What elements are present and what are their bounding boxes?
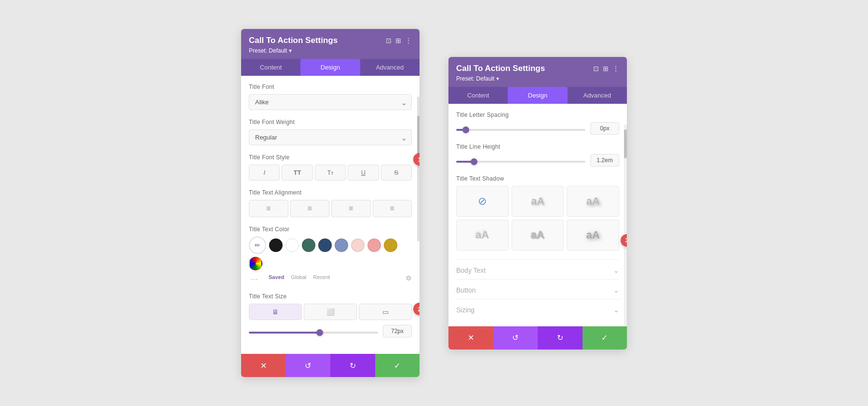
tab-advanced-left[interactable]: Advanced	[360, 59, 420, 76]
color-navy[interactable]	[318, 238, 332, 252]
left-cancel-btn[interactable]: ✕	[241, 354, 286, 377]
left-save-btn[interactable]: ✓	[375, 354, 420, 377]
color-teal[interactable]	[302, 238, 315, 252]
right-redo-btn[interactable]: ↻	[538, 326, 583, 350]
title-text-color-section: Title Text Color ✏ ··· Saved Global Rece…	[249, 226, 412, 284]
text-shadow-section: Title Text Shadow ⊘ aA aA aA aA aA	[456, 175, 619, 251]
right-viewport-icon[interactable]: ⊡	[593, 65, 599, 72]
right-more-icon[interactable]: ⋮	[612, 65, 619, 72]
size-value[interactable]: 72px	[383, 325, 412, 337]
color-tab-global[interactable]: Global	[291, 274, 306, 284]
shadow-none-cell[interactable]: ⊘	[456, 186, 509, 217]
italic-btn[interactable]: I	[249, 165, 280, 181]
shadow-grid: ⊘ aA aA aA aA aA	[456, 186, 619, 251]
title-font-select[interactable]: Alike Arial Georgia	[249, 94, 412, 110]
shadow-3-cell[interactable]: aA	[456, 220, 509, 251]
color-blush[interactable]	[351, 238, 365, 252]
shadow-2-text: aA	[586, 195, 600, 208]
color-black[interactable]	[269, 238, 283, 252]
tab-content-right[interactable]: Content	[448, 87, 508, 104]
color-tab-recent[interactable]: Recent	[313, 274, 330, 284]
sizing-header[interactable]: Sizing ⌄	[456, 306, 619, 314]
tab-design-left[interactable]: Design	[300, 59, 360, 76]
title-font-style-section: Title Font Style I TT Tт U S	[249, 154, 412, 181]
left-redo-btn[interactable]: ↻	[330, 354, 375, 377]
more-icon[interactable]: ⋮	[405, 37, 412, 44]
align-justify-btn[interactable]: ≡	[373, 200, 412, 217]
size-slider[interactable]	[249, 332, 378, 334]
layout-icon[interactable]: ⊞	[395, 37, 401, 44]
device-tablet-btn[interactable]: ⬜	[304, 304, 357, 320]
color-multi[interactable]	[249, 257, 262, 270]
color-rose[interactable]	[367, 238, 381, 252]
eyedropper-btn[interactable]: ✏	[249, 237, 266, 254]
letter-spacing-value[interactable]: 0px	[590, 122, 619, 135]
align-right-btn[interactable]: ≡	[331, 200, 371, 217]
right-layout-icon[interactable]: ⊞	[603, 65, 609, 72]
left-panel-body: Title Font Alike Arial Georgia Title Fon…	[241, 76, 420, 354]
tab-design-right[interactable]: Design	[508, 87, 567, 104]
color-periwinkle[interactable]	[335, 238, 348, 252]
button-header[interactable]: Button ⌄	[456, 286, 619, 294]
align-left-btn[interactable]: ≡	[249, 200, 288, 217]
capitalize-btn[interactable]: Tт	[315, 165, 346, 181]
left-undo-btn[interactable]: ↺	[286, 354, 331, 377]
body-text-header[interactable]: Body Text ⌄	[456, 266, 619, 274]
letter-spacing-label: Title Letter Spacing	[456, 112, 619, 118]
left-scrollbar[interactable]	[417, 97, 420, 241]
right-scrollbar-thumb[interactable]	[624, 129, 627, 158]
color-tab-saved[interactable]: Saved	[269, 274, 284, 284]
tab-content-left[interactable]: Content	[241, 59, 300, 76]
shadow-none-icon: ⊘	[478, 195, 487, 208]
line-height-value[interactable]: 1.2em	[590, 154, 619, 167]
title-font-select-wrapper: Alike Arial Georgia	[249, 94, 412, 110]
right-save-btn[interactable]: ✓	[583, 326, 627, 350]
letter-spacing-slider[interactable]	[456, 129, 585, 131]
body-text-section: Body Text ⌄	[456, 259, 619, 279]
right-undo-btn[interactable]: ↺	[493, 326, 538, 350]
title-font-weight-select[interactable]: Regular Bold Light	[249, 129, 412, 145]
shadow-5-text: aA	[586, 229, 600, 241]
color-gold[interactable]	[384, 238, 397, 252]
underline-btn[interactable]: U	[348, 165, 379, 181]
left-preset: Preset: Default ▾	[249, 47, 412, 54]
title-text-color-label: Title Text Color	[249, 226, 412, 233]
shadow-2-cell[interactable]: aA	[567, 186, 619, 217]
shadow-3-text: aA	[475, 229, 489, 241]
shadow-5-cell[interactable]: aA	[567, 220, 619, 251]
viewport-icon[interactable]: ⊡	[386, 37, 392, 44]
left-scrollbar-thumb[interactable]	[417, 116, 420, 154]
uppercase-btn[interactable]: TT	[282, 165, 312, 181]
shadow-4-text: aA	[531, 229, 544, 241]
color-dots: ···	[251, 274, 258, 284]
title-text-size-section: Title Text Size 🖥 ⬜ ▭ 72px	[249, 293, 412, 337]
title-font-label: Title Font	[249, 84, 412, 90]
shadow-4-cell[interactable]: aA	[512, 220, 564, 251]
align-center-btn[interactable]: ≡	[290, 200, 330, 217]
right-panel-header: Call To Action Settings ⊡ ⊞ ⋮ Preset: De…	[448, 57, 627, 87]
title-font-weight-select-wrapper: Regular Bold Light	[249, 129, 412, 145]
right-header-icons: ⊡ ⊞ ⋮	[593, 65, 619, 72]
right-panel-body: Title Letter Spacing 0px Title Line Heig…	[448, 104, 627, 326]
right-scrollbar[interactable]	[624, 125, 627, 326]
text-shadow-label: Title Text Shadow	[456, 175, 619, 182]
title-font-weight-section: Title Font Weight Regular Bold Light	[249, 119, 412, 145]
right-panel-footer: ✕ ↺ ↻ ✓	[448, 326, 627, 350]
button-title: Button	[456, 286, 475, 294]
tab-advanced-right[interactable]: Advanced	[568, 87, 627, 104]
right-cancel-btn[interactable]: ✕	[448, 326, 493, 350]
title-font-section: Title Font Alike Arial Georgia	[249, 84, 412, 110]
sizing-title: Sizing	[456, 306, 475, 314]
device-desktop-btn[interactable]: 🖥	[249, 304, 302, 320]
line-height-slider[interactable]	[456, 161, 585, 163]
color-settings-icon[interactable]: ⚙	[406, 274, 412, 284]
strikethrough-btn[interactable]: S	[381, 165, 412, 181]
left-panel: Call To Action Settings ⊡ ⊞ ⋮ Preset: De…	[241, 29, 420, 377]
device-mobile-btn[interactable]: ▭	[359, 304, 412, 320]
left-panel-header: Call To Action Settings ⊡ ⊞ ⋮ Preset: De…	[241, 29, 420, 59]
shadow-1-cell[interactable]: aA	[512, 186, 564, 217]
title-text-alignment-label: Title Text Alignment	[249, 189, 412, 196]
line-height-label: Title Line Height	[456, 143, 619, 150]
color-tabs-row: ··· Saved Global Recent ⚙	[251, 274, 412, 284]
color-white[interactable]	[285, 238, 299, 252]
